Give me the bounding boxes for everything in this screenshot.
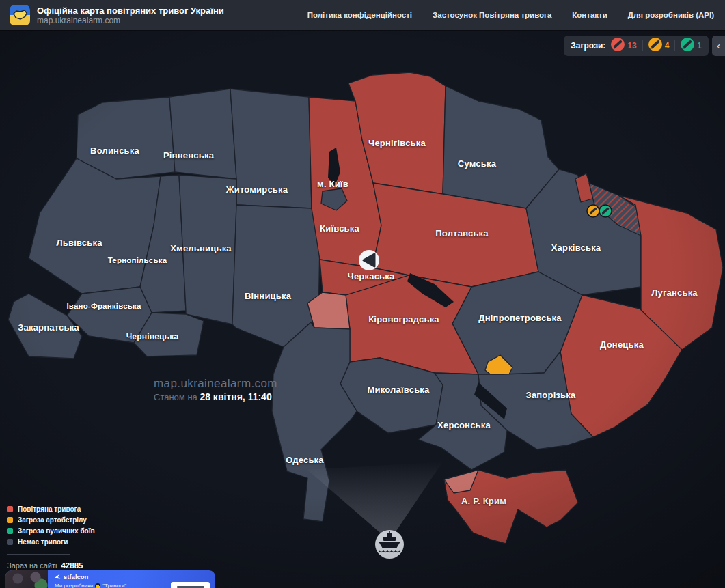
legend-item-4: Немає тривоги xyxy=(7,538,95,546)
region-label-crimea: А. Р. Крим xyxy=(461,496,506,506)
region-label-kyiv_obl: Київська xyxy=(320,223,359,234)
street-fight-threat-indicator: 1 xyxy=(681,38,702,54)
threat-bar: Загрози: 1341 ‹ xyxy=(564,36,725,56)
nav-link-2[interactable]: Застосунок Повітряна тривога xyxy=(433,11,551,19)
region-label-sumy: Сумська xyxy=(458,158,497,169)
legend-divider xyxy=(7,554,70,555)
legend-label: Повітряна тривога xyxy=(18,505,81,513)
region-label-kherson: Херсонська xyxy=(437,420,491,430)
legend-swatch xyxy=(7,539,13,545)
region-label-odesa: Одеська xyxy=(286,455,324,465)
sponsor-banner[interactable]: stfalcon Ми розробники "Тривоги". xyxy=(5,570,215,588)
artillery-threat-count: 4 xyxy=(665,41,670,51)
artillery-threat-icon xyxy=(648,38,662,54)
threat-panel-label: Загрози: xyxy=(571,41,605,51)
alarm-app-emoji-icon xyxy=(95,583,100,588)
threat-separator xyxy=(674,40,675,51)
map-legend: Повітряна тривогаЗагроза артобстрілуЗагр… xyxy=(7,505,95,570)
rocket-threat-indicator: 13 xyxy=(611,38,636,54)
visitors-count: 42885 xyxy=(61,561,83,570)
region-label-vinnytsia: Вінницька xyxy=(245,291,292,301)
visitors-label: Зараз на сайті xyxy=(7,561,57,570)
region-label-chernivtsi: Чернівецька xyxy=(126,332,179,341)
app-header: Офіційна карта повітряних тривог України… xyxy=(0,0,725,30)
legend-label: Загроза артобстрілу xyxy=(18,516,87,524)
region-label-poltava: Полтавська xyxy=(435,228,489,238)
app-subtitle: map.ukrainealarm.com xyxy=(37,16,224,25)
region-label-cherkasy: Черкаська xyxy=(348,271,395,281)
app-logo-icon xyxy=(10,5,30,25)
nav-link-1[interactable]: Політика конфіденційності xyxy=(307,11,412,19)
region-rivne[interactable] xyxy=(169,89,236,179)
visitors-counter: Зараз на сайті42885 xyxy=(7,561,95,570)
banner-cta-text xyxy=(177,586,204,588)
region-label-luhansk: Луганська xyxy=(651,288,698,298)
collapse-threat-panel-button[interactable]: ‹ xyxy=(712,36,725,56)
region-label-ternopil: Тернопільська xyxy=(108,256,167,264)
rocket-threat-count: 13 xyxy=(627,41,636,51)
watermark-site: map.ukrainealarm.com xyxy=(154,377,277,390)
app-brand: Офіційна карта повітряних тривог України… xyxy=(10,5,224,25)
threat-panel: Загрози: 1341 xyxy=(564,36,709,56)
app-title: Офіційна карта повітряних тривог України xyxy=(37,5,224,16)
region-label-volyn: Волинська xyxy=(90,145,139,156)
region-label-kirovohrad: Кіровоградська xyxy=(368,314,439,324)
region-label-zaporizhzhia: Запорізька xyxy=(526,390,576,400)
street-fight-threat-icon xyxy=(681,38,694,54)
header-nav: Політика конфіденційностіЗастосунок Пові… xyxy=(307,11,714,19)
street-fight-threat-count: 1 xyxy=(697,41,702,51)
region-label-khmelnytskyi: Хмельницька xyxy=(170,243,232,253)
region-label-dnipro: Дніпропетровська xyxy=(478,313,562,323)
region-lviv[interactable] xyxy=(29,158,161,294)
nav-link-4[interactable]: Для розробників (API) xyxy=(628,11,714,19)
legend-swatch xyxy=(7,517,13,523)
falcon-icon xyxy=(55,573,61,580)
rocket-threat-icon xyxy=(611,38,625,54)
region-label-rivne: Рівненська xyxy=(163,150,215,160)
banner-cta-button[interactable] xyxy=(171,582,210,588)
banner-text-2: "Тривоги". xyxy=(102,583,128,588)
legend-item-1: Повітряна тривога xyxy=(7,505,95,513)
region-label-donetsk: Донецька xyxy=(600,339,644,350)
region-label-zhytomyr: Житомирська xyxy=(225,184,288,195)
artillery-point-marker xyxy=(587,205,599,217)
threat-separator xyxy=(642,40,643,51)
ukraine-alert-map: ВолинськаРівненськаЖитомирськаЛьвівськаТ… xyxy=(0,0,725,588)
watermark-timestamp: Станом на 28 квітня, 11:40 xyxy=(154,391,272,402)
legend-swatch xyxy=(7,506,13,512)
map-watermark: map.ukrainealarm.comСтаном на 28 квітня,… xyxy=(154,377,277,402)
region-label-ivano_frankivsk: Івано-Франківська xyxy=(66,302,141,310)
region-label-kharkiv: Харківська xyxy=(551,242,601,253)
artillery-threat-indicator: 4 xyxy=(648,38,670,54)
region-label-chernihiv: Чернігівська xyxy=(368,138,426,148)
banner-photo xyxy=(5,570,48,588)
legend-item-3: Загроза вуличних боїв xyxy=(7,527,95,535)
legend-swatch xyxy=(7,528,13,534)
street-fight-point-marker xyxy=(599,205,612,217)
rocket-direction-marker xyxy=(359,250,379,270)
banner-brand: stfalcon xyxy=(64,573,88,580)
legend-label: Загроза вуличних боїв xyxy=(18,527,95,535)
region-label-mykolaiv: Миколаївська xyxy=(368,384,430,395)
region-label-zakarpattia: Закарпатська xyxy=(18,322,79,333)
ship-marker xyxy=(307,462,443,559)
legend-item-2: Загроза артобстрілу xyxy=(7,516,95,524)
banner-text: Ми розробники xyxy=(55,583,93,588)
nav-link-3[interactable]: Контакти xyxy=(572,11,607,19)
region-label-kyiv_city: м. Київ xyxy=(317,179,348,189)
legend-label: Немає тривоги xyxy=(18,538,68,546)
region-label-lviv: Львівська xyxy=(56,238,102,248)
